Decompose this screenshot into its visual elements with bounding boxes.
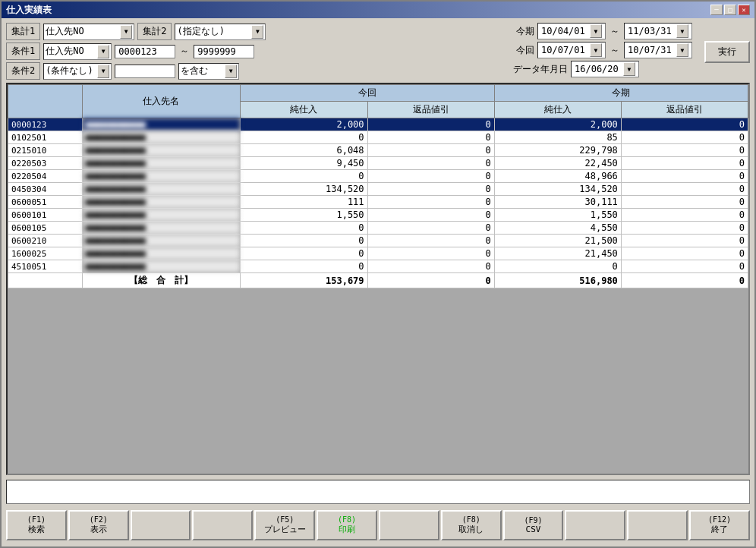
controls-area: 集計1 仕入先NO ▼ 集計2 (指定なし) ▼ 条件1 (6, 23, 750, 80)
col-konki-jun: 純仕入 (494, 102, 621, 118)
cell-konki-henpin: 0 (621, 196, 748, 209)
condition2-value-input[interactable] (115, 65, 175, 78)
condition2-dropdown[interactable]: ▼ (97, 65, 109, 78)
table-row[interactable]: 0450304■■■■■■■■■■■134,5200134,5200 (8, 183, 748, 196)
current-from-dropdown[interactable]: ▼ (590, 43, 602, 57)
shuukei2-label: 集計2 (137, 23, 172, 40)
minimize-button[interactable]: ─ (710, 5, 723, 15)
fn-key-4: (F5) (276, 515, 294, 524)
fn-label-8: CSV (526, 524, 541, 534)
fn-key-8: (F9) (524, 516, 542, 524)
table-row[interactable]: 0600105■■■■■■■■■■■004,5500 (8, 222, 748, 235)
empty-row (8, 319, 748, 334)
table-row[interactable]: 0600051■■■■■■■■■■■111030,1110 (8, 196, 748, 209)
fn-button-0[interactable]: (F1)検索 (6, 510, 67, 540)
cell-konkai-henpin: 0 (367, 260, 494, 273)
cell-name: ■■■■■■■■■■■ (82, 183, 241, 196)
col-group-konkai: 今回 (241, 85, 494, 102)
condition1-from-input[interactable] (115, 45, 175, 58)
today-to-dropdown[interactable]: ▼ (676, 24, 688, 38)
shuukei1-select[interactable]: 仕入先NO ▼ (43, 24, 134, 40)
cell-konkai-henpin: 0 (367, 131, 494, 144)
today-range-row: 今期 10/04/01 ▼ ～ 11/03/31 ▼ (513, 23, 692, 39)
condition1-tilde: ～ (178, 45, 191, 58)
close-button[interactable]: ✕ (738, 5, 750, 15)
cell-konki-jun: 85 (494, 131, 621, 144)
cell-konkai-henpin: 0 (367, 247, 494, 260)
cell-code: 0450304 (8, 183, 83, 196)
data-date-input[interactable]: 16/06/20 ▼ (571, 61, 639, 77)
table-row[interactable]: 0215010■■■■■■■■■■■6,0480229,7980 (8, 144, 748, 157)
title-bar-buttons: ─ □ ✕ (710, 5, 750, 15)
cell-konki-henpin: 0 (621, 183, 748, 196)
cell-konki-jun: 48,966 (494, 170, 621, 183)
cell-konkai-jun: 6,048 (241, 144, 367, 157)
shuukei1-dropdown[interactable]: ▼ (120, 25, 132, 39)
cell-konki-jun: 22,450 (494, 157, 621, 170)
cell-konkai-henpin: 0 (367, 183, 494, 196)
empty-row (8, 304, 748, 319)
cell-konki-henpin: 0 (621, 157, 748, 170)
fn-label-11: 終了 (711, 524, 728, 535)
cell-code: 0215010 (8, 144, 83, 157)
condition2-type-select[interactable]: (条件なし) ▼ (43, 63, 112, 80)
col-header-name: 仕入先名 (82, 85, 241, 118)
table-row[interactable]: 4510051■■■■■■■■■■■0000 (8, 260, 748, 273)
condition2-contains-dropdown[interactable]: ▼ (225, 65, 237, 78)
cell-konkai-jun: 134,520 (241, 183, 367, 196)
today-to-input[interactable]: 11/03/31 ▼ (624, 23, 692, 39)
fn-button-4[interactable]: (F5)プレビュー (254, 510, 315, 540)
fn-label-7: 取消し (458, 524, 484, 535)
cell-name: ■■■■■■■■■■■ (82, 157, 241, 170)
cell-konki-henpin: 0 (621, 235, 748, 247)
cell-konki-jun: 0 (494, 260, 621, 273)
condition1-label: 条件1 (6, 43, 40, 60)
cell-konkai-henpin: 0 (367, 118, 494, 131)
cell-name: ■■■■■■■■■■■ (82, 209, 241, 222)
table-row[interactable]: 0220503■■■■■■■■■■■9,450022,4500 (8, 157, 748, 170)
cell-name: ■■■■■■■■■■■ (82, 260, 241, 273)
fn-button-11[interactable]: (F12)終了 (689, 510, 750, 540)
col-konkai-jun: 純仕入 (241, 102, 367, 118)
condition1-to-input[interactable] (194, 45, 254, 58)
cell-code: 0600210 (8, 235, 83, 247)
condition2-contains-select[interactable]: を含む ▼ (178, 63, 239, 80)
data-date-row: データ年月日 16/06/20 ▼ (513, 61, 692, 77)
fn-button-5[interactable]: (F8)印刷 (317, 510, 377, 540)
table-row[interactable]: 0600210■■■■■■■■■■■0021,5000 (8, 235, 748, 247)
current-from-input[interactable]: 10/07/01 ▼ (537, 42, 606, 58)
table-row[interactable]: 0600101■■■■■■■■■■■1,55001,5500 (8, 209, 748, 222)
data-date-dropdown[interactable]: ▼ (623, 62, 635, 76)
execute-button[interactable]: 実行 (704, 41, 750, 63)
table-row[interactable]: 1600025■■■■■■■■■■■0021,4500 (8, 247, 748, 260)
shuukei2-select[interactable]: (指定なし) ▼ (175, 24, 266, 40)
cell-konkai-jun: 0 (241, 247, 367, 260)
current-to-dropdown[interactable]: ▼ (676, 43, 688, 57)
shuukei2-dropdown[interactable]: ▼ (251, 25, 263, 39)
table-row[interactable]: 0102501■■■■■■■■■■■00850 (8, 131, 748, 144)
condition1-dropdown[interactable]: ▼ (97, 45, 109, 58)
cell-konki-jun: 4,550 (494, 222, 621, 235)
current-to-input[interactable]: 10/07/31 ▼ (624, 42, 692, 58)
table-row[interactable]: 0220504■■■■■■■■■■■0048,9660 (8, 170, 748, 183)
fn-key-0: (F1) (27, 515, 46, 524)
cell-konki-henpin: 0 (621, 260, 748, 273)
fn-key-7: (F8) (462, 515, 480, 524)
fn-label-1: 表示 (90, 524, 107, 535)
fn-button-8[interactable]: (F9)CSV (503, 510, 564, 540)
maximize-button[interactable]: □ (724, 5, 736, 15)
total-konki-jun: 516,980 (494, 273, 621, 288)
cell-konkai-jun: 2,000 (241, 118, 367, 131)
cell-code: 0600105 (8, 222, 83, 235)
fn-button-1[interactable]: (F2)表示 (68, 510, 129, 540)
cell-konki-henpin: 0 (621, 247, 748, 260)
table-row[interactable]: 0000123■■■■■■■■■■■2,00002,0000 (8, 118, 748, 131)
condition1-type-select[interactable]: 仕入先NO ▼ (43, 43, 112, 60)
empty-row (8, 364, 748, 380)
today-from-dropdown[interactable]: ▼ (590, 24, 602, 38)
current-tilde: ～ (609, 44, 621, 57)
col-konkai-henpin: 返品値引 (367, 102, 494, 118)
fn-button-7[interactable]: (F8)取消し (441, 510, 502, 540)
fn-label-5: 印刷 (339, 524, 355, 535)
today-from-input[interactable]: 10/04/01 ▼ (537, 23, 606, 39)
